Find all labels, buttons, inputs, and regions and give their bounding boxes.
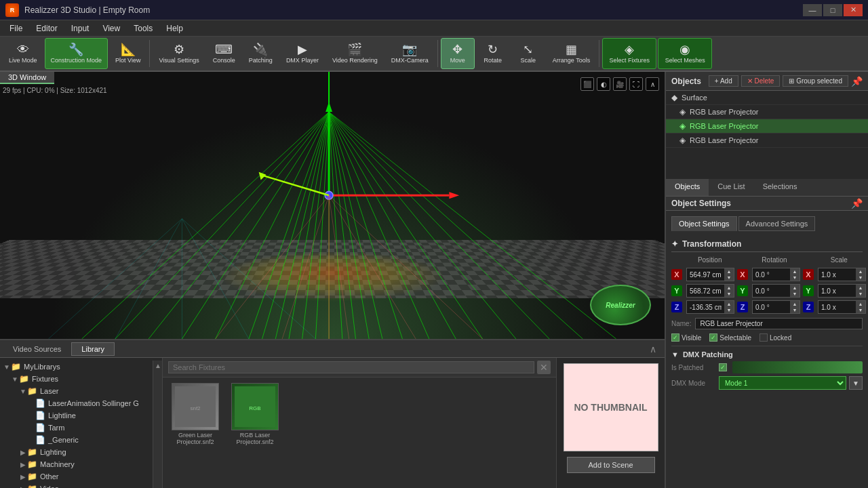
pos-x-input[interactable] [687, 270, 724, 280]
viewport-ctrl-2[interactable]: ◐ [597, 77, 610, 91]
minimize-button[interactable]: — [803, 4, 822, 16]
settings-tab-advanced[interactable]: Advanced Settings [738, 216, 816, 231]
tree-item-fixtures[interactable]: ▼ 📁 Fixtures [0, 373, 153, 385]
group-objects-button[interactable]: ⊞ Group selected [783, 75, 848, 87]
plot-view-button[interactable]: 📐 Plot View [109, 38, 146, 69]
scale-z-input[interactable] [818, 302, 856, 312]
viewport-3d[interactable]: 3D Window 29 fps | CPU: 0% | Size: 1012x… [0, 72, 665, 339]
scale-x-down[interactable]: ▼ [856, 274, 865, 281]
right-tab-selections[interactable]: Selections [754, 179, 806, 196]
menu-editor[interactable]: Editor [29, 22, 64, 35]
rot-x-input[interactable] [753, 270, 790, 280]
scale-y-input[interactable] [818, 286, 856, 296]
right-tab-objects[interactable]: Objects [666, 179, 709, 196]
menu-input[interactable]: Input [64, 22, 96, 35]
viewport-tab-label[interactable]: 3D Window [0, 72, 54, 84]
locked-checkbox-label[interactable]: Locked [760, 333, 791, 342]
pos-x-up[interactable]: ▲ [724, 268, 734, 274]
selectable-checkbox-label[interactable]: ✓ Selectable [709, 333, 751, 342]
select-fixtures-button[interactable]: ◈ Select Fixtures [602, 38, 656, 69]
tree-item-tarm[interactable]: 📄 Tarm [0, 422, 153, 434]
patching-button[interactable]: 🔌 Patching [243, 38, 279, 69]
search-input[interactable] [168, 361, 534, 373]
rotate-button[interactable]: ↻ Rotate [476, 38, 510, 69]
rot-z-input[interactable] [753, 302, 790, 312]
scale-y-up[interactable]: ▲ [856, 285, 865, 291]
scale-z-up[interactable]: ▲ [856, 301, 865, 307]
viewport-ctrl-fullscreen[interactable]: ⛶ [629, 77, 643, 91]
library-item-green-laser[interactable]: snf2 Green Laser Projector.snf2 [168, 383, 222, 445]
scale-x-up[interactable]: ▲ [856, 268, 865, 274]
obj-item-laser1[interactable]: ◈ RGB Laser Projector [666, 105, 868, 119]
viewport-ctrl-1[interactable]: ⬛ [580, 77, 594, 91]
close-button[interactable]: ✕ [844, 4, 863, 16]
bottom-panel-close[interactable]: ∧ [644, 344, 662, 354]
rot-z-up[interactable]: ▲ [790, 301, 800, 307]
scale-x-input[interactable] [818, 270, 856, 280]
tree-item-video[interactable]: ▶ 📁 Video [0, 483, 153, 488]
rot-y-up[interactable]: ▲ [790, 285, 800, 291]
search-clear-button[interactable]: ✕ [537, 361, 551, 374]
tree-item-mylibs[interactable]: ▼ 📁 MyLibrarys [0, 361, 153, 373]
menu-file[interactable]: File [3, 22, 29, 35]
transformation-header[interactable]: ✦ Transformation [671, 237, 863, 252]
move-button[interactable]: ✥ Move [441, 38, 475, 69]
pos-z-down[interactable]: ▼ [724, 307, 734, 313]
pos-z-up[interactable]: ▲ [724, 301, 734, 307]
is-patched-checkbox[interactable]: ✓ [719, 363, 727, 371]
dmx-patching-header[interactable]: ▼ DMX Patching [671, 350, 863, 359]
object-settings-pin[interactable]: 📌 [851, 198, 863, 209]
rot-x-up[interactable]: ▲ [790, 268, 800, 274]
library-item-rgb-laser[interactable]: RGB RGB Laser Projector.snf2 [228, 383, 282, 445]
pos-x-down[interactable]: ▼ [724, 274, 734, 281]
add-to-scene-button[interactable]: Add to Scene [567, 457, 655, 473]
select-meshes-button[interactable]: ◉ Select Meshes [658, 38, 712, 69]
scale-button[interactable]: ⤡ Scale [511, 38, 545, 69]
menu-tools[interactable]: Tools [127, 22, 159, 35]
dmx-mode-dropdown-btn[interactable]: ▼ [849, 376, 863, 390]
add-object-button[interactable]: + Add [709, 75, 738, 87]
tree-item-machinery[interactable]: ▶ 📁 Machinery [0, 458, 153, 470]
scale-y-down[interactable]: ▼ [856, 291, 865, 297]
tree-item-lightline[interactable]: 📄 Lightline [0, 409, 153, 422]
visible-checkbox-label[interactable]: ✓ Visible [671, 333, 701, 342]
tree-scroll-up[interactable]: ▲ [155, 362, 161, 369]
menu-help[interactable]: Help [159, 22, 190, 35]
scale-z-down[interactable]: ▼ [856, 307, 865, 313]
viewport-ctrl-camera[interactable]: 🎥 [613, 77, 627, 91]
objects-panel-pin[interactable]: 📌 [851, 76, 863, 87]
tree-item-generic[interactable]: 📄 _Generic [0, 434, 153, 446]
obj-item-laser3[interactable]: ◈ RGB Laser Projector [666, 134, 868, 148]
visible-checkbox[interactable]: ✓ [671, 333, 679, 342]
selectable-checkbox[interactable]: ✓ [709, 333, 717, 342]
rot-y-input[interactable] [753, 286, 790, 296]
visual-settings-button[interactable]: ⚙ Visual Settings [153, 38, 205, 69]
console-button[interactable]: ⌨ Console [207, 38, 241, 69]
rot-y-down[interactable]: ▼ [790, 291, 800, 297]
tree-item-laseranimation[interactable]: 📄 LaserAnimation Sollinger G [0, 397, 153, 409]
dmx-player-button[interactable]: ▶ DMX Player [280, 38, 325, 69]
pos-z-input[interactable] [687, 302, 724, 312]
delete-object-button[interactable]: ✕ Delete [741, 75, 781, 87]
maximize-button[interactable]: □ [823, 4, 842, 16]
settings-tab-object[interactable]: Object Settings [671, 216, 737, 231]
right-tab-cue-list[interactable]: Cue List [709, 179, 753, 196]
pos-y-input[interactable] [687, 286, 724, 296]
dmx-mode-select[interactable]: Mode 1 Mode 2 [719, 376, 846, 390]
tree-item-other[interactable]: ▶ 📁 Other [0, 470, 153, 483]
construction-mode-button[interactable]: 🔧 Construction Mode [45, 38, 108, 69]
locked-checkbox[interactable] [760, 333, 768, 342]
viewport-ctrl-close[interactable]: ∧ [646, 77, 659, 91]
rot-z-down[interactable]: ▼ [790, 307, 800, 313]
dmx-camera-button[interactable]: 📷 DMX-Camera [385, 38, 435, 69]
obj-item-laser2[interactable]: ◈ RGB Laser Projector [666, 119, 868, 134]
tree-item-laser[interactable]: ▼ 📁 Laser [0, 385, 153, 397]
arrange-tools-button[interactable]: ▦ Arrange Tools [547, 38, 596, 69]
live-mode-button[interactable]: 👁 Live Mode [3, 38, 43, 69]
menu-view[interactable]: View [96, 22, 127, 35]
pos-y-down[interactable]: ▼ [724, 291, 734, 297]
rot-x-down[interactable]: ▼ [790, 274, 800, 281]
pos-y-up[interactable]: ▲ [724, 285, 734, 291]
obj-item-surface[interactable]: ◆ Surface [666, 91, 868, 105]
tab-video-sources[interactable]: Video Sources [3, 342, 71, 356]
